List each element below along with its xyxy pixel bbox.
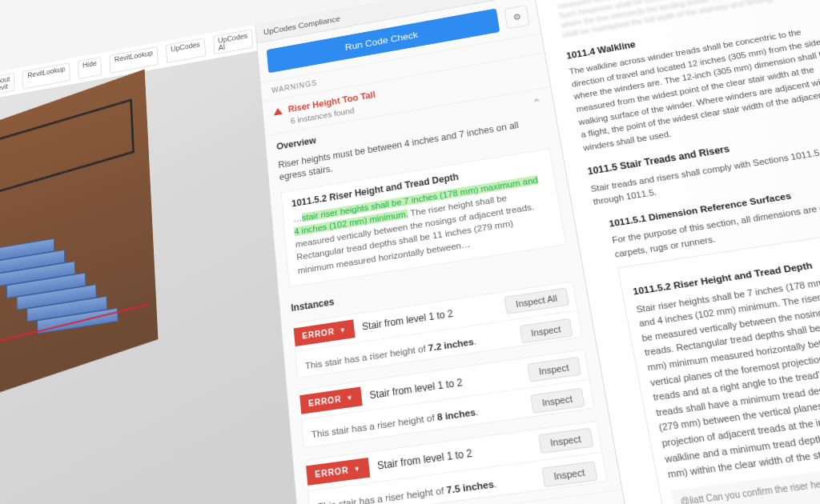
tab-lookup[interactable]: RevitLookup (22, 62, 70, 89)
model-viewport[interactable]: About Revit RevitLookup Hide RevitLookup… (0, 25, 302, 504)
code-remainder: The riser height shall be measured verti… (295, 193, 534, 274)
tab-upcodes-ai[interactable]: UpCodes AI (213, 29, 254, 54)
instance-name: Stair from level 1 to 2 (376, 447, 472, 472)
tab-lookup-2[interactable]: RevitLookup (110, 46, 159, 74)
inspect-button[interactable]: Inspect (530, 388, 585, 414)
inspect-button[interactable]: Inspect (537, 428, 593, 454)
doc-highlighted-section: 1011.5.2 Riser Height and Tread Depth St… (617, 229, 820, 504)
caret-down-icon: ▼ (339, 326, 347, 334)
inspect-button[interactable]: Inspect (527, 357, 581, 382)
instance-name: Stair from level 1 to 2 (362, 308, 454, 333)
doc-paragraph: Stair riser heights shall be 7 inches (1… (635, 267, 820, 483)
overview-label: Overview (276, 135, 316, 152)
warning-icon (273, 107, 283, 115)
error-badge[interactable]: ERROR▼ (299, 387, 363, 414)
chevron-up-icon: ⌃ (532, 96, 543, 109)
settings-button[interactable]: ⚙ (504, 5, 530, 29)
instance-name: Stair from level 1 to 2 (369, 376, 463, 401)
gear-icon: ⚙ (512, 11, 521, 22)
tab-hide[interactable]: Hide (78, 57, 102, 79)
tab-upcodes[interactable]: UpCodes (166, 38, 206, 63)
caret-down-icon: ▼ (346, 394, 354, 402)
inspect-button[interactable]: Inspect (541, 461, 598, 487)
inspect-button[interactable]: Inspect (519, 318, 573, 344)
error-badge[interactable]: ERROR▼ (306, 458, 370, 486)
error-badge[interactable]: ERROR▼ (294, 319, 356, 346)
caret-down-icon: ▼ (353, 464, 361, 473)
inspect-all-button[interactable]: Inspect All (504, 288, 569, 315)
tab-about[interactable]: About Revit (0, 73, 14, 96)
highlighted-stair[interactable] (0, 229, 117, 392)
